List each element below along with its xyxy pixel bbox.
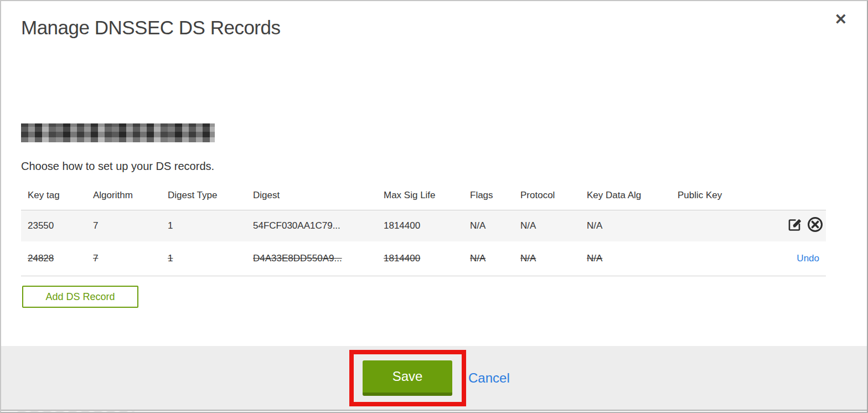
page-title: Manage DNSSEC DS Records bbox=[21, 17, 280, 39]
table-row-pending-delete: 24828 7 1 D4A33E8DD550A9... 1814400 N/A … bbox=[21, 241, 826, 276]
cell-protocol: N/A bbox=[520, 241, 587, 276]
column-header-flags: Flags bbox=[470, 182, 520, 210]
cell-digest: D4A33E8DD550A9... bbox=[253, 241, 384, 276]
cell-flags: N/A bbox=[470, 241, 520, 276]
cell-max-sig-life: 1814400 bbox=[384, 241, 470, 276]
table-header-row: Key tag Algorithm Digest Type Digest Max… bbox=[21, 182, 826, 210]
save-button[interactable]: Save bbox=[363, 360, 452, 396]
column-header-digest: Digest bbox=[253, 182, 384, 210]
cell-key-tag: 24828 bbox=[21, 241, 93, 276]
column-header-protocol: Protocol bbox=[520, 182, 587, 210]
delete-icon[interactable] bbox=[807, 216, 824, 236]
cell-digest: 54FCF030AA1C79... bbox=[253, 210, 384, 241]
cell-public-key bbox=[678, 241, 754, 276]
cell-max-sig-life: 1814400 bbox=[384, 210, 470, 241]
column-header-algorithm: Algorithm bbox=[93, 182, 168, 210]
cell-key-tag: 23550 bbox=[21, 210, 93, 241]
cell-row-actions: Undo bbox=[754, 241, 826, 276]
cell-protocol: N/A bbox=[520, 210, 587, 241]
cell-key-data-alg: N/A bbox=[587, 241, 678, 276]
column-header-max-sig-life: Max Sig Life bbox=[384, 182, 470, 210]
cell-algorithm: 7 bbox=[93, 210, 168, 241]
cell-algorithm: 7 bbox=[93, 241, 168, 276]
cell-digest-type: 1 bbox=[168, 241, 253, 276]
cell-flags: N/A bbox=[470, 210, 520, 241]
add-ds-record-button[interactable]: Add DS Record bbox=[22, 286, 138, 308]
column-header-digest-type: Digest Type bbox=[168, 182, 253, 210]
dnssec-modal: Manage DNSSEC DS Records ✕ Choose how to… bbox=[0, 0, 868, 413]
close-icon[interactable]: ✕ bbox=[834, 12, 847, 27]
cell-public-key bbox=[678, 210, 754, 241]
column-header-key-data-alg: Key Data Alg bbox=[587, 182, 678, 210]
undo-link[interactable]: Undo bbox=[797, 253, 819, 264]
cancel-link[interactable]: Cancel bbox=[468, 370, 510, 386]
table-row: 23550 7 1 54FCF030AA1C79... 1814400 N/A … bbox=[21, 210, 826, 241]
instruction-text: Choose how to set up your DS records. bbox=[21, 160, 214, 173]
cell-row-actions bbox=[754, 210, 826, 241]
edit-icon[interactable] bbox=[786, 216, 803, 236]
cell-key-data-alg: N/A bbox=[587, 210, 678, 241]
column-header-key-tag: Key tag bbox=[21, 182, 93, 210]
column-header-actions bbox=[754, 182, 826, 210]
column-header-public-key: Public Key bbox=[678, 182, 754, 210]
cell-digest-type: 1 bbox=[168, 210, 253, 241]
domain-name-redacted bbox=[21, 123, 215, 142]
ds-records-table: Key tag Algorithm Digest Type Digest Max… bbox=[21, 182, 826, 276]
